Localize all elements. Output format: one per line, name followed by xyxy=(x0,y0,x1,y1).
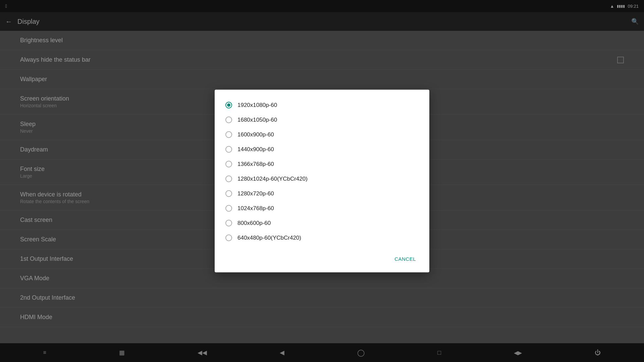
option-1280-720-label: 1280x720p-60 xyxy=(237,190,274,197)
option-1920-label: 1920x1080p-60 xyxy=(237,102,277,109)
option-1024[interactable]: 1024x768p-60 xyxy=(217,201,427,216)
option-1440[interactable]: 1440x900p-60 xyxy=(217,142,427,157)
option-1680-label: 1680x1050p-60 xyxy=(237,117,277,123)
option-1920[interactable]: 1920x1080p-60 xyxy=(217,98,427,113)
radio-1600 xyxy=(225,131,232,138)
option-640[interactable]: 640x480p-60(YCbCr420) xyxy=(217,231,427,245)
radio-1280-1024 xyxy=(225,176,232,182)
radio-1280-720 xyxy=(225,190,232,197)
option-1280-720[interactable]: 1280x720p-60 xyxy=(217,186,427,201)
radio-800 xyxy=(225,220,232,227)
radio-1440 xyxy=(225,146,232,153)
option-1680[interactable]: 1680x1050p-60 xyxy=(217,113,427,127)
option-1280-1024[interactable]: 1280x1024p-60(YCbCr420) xyxy=(217,172,427,186)
resolution-dialog: 1920x1080p-60 1680x1050p-60 1600x900p-60… xyxy=(215,90,429,273)
option-1440-label: 1440x900p-60 xyxy=(237,146,274,153)
radio-1920 xyxy=(225,102,232,109)
option-800-label: 800x600p-60 xyxy=(237,220,271,227)
option-1366[interactable]: 1366x768p-60 xyxy=(217,157,427,172)
radio-1024 xyxy=(225,205,232,212)
option-1366-label: 1366x768p-60 xyxy=(237,161,274,168)
radio-1680 xyxy=(225,117,232,123)
option-1024-label: 1024x768p-60 xyxy=(237,205,274,212)
option-800[interactable]: 800x600p-60 xyxy=(217,216,427,231)
dialog-actions: CANCEL xyxy=(215,248,429,267)
cancel-button[interactable]: CANCEL xyxy=(389,253,421,264)
option-1600-label: 1600x900p-60 xyxy=(237,131,274,138)
radio-640 xyxy=(225,235,232,241)
dialog-options-list: 1920x1080p-60 1680x1050p-60 1600x900p-60… xyxy=(215,98,429,245)
option-1280-1024-label: 1280x1024p-60(YCbCr420) xyxy=(237,176,308,182)
radio-1366 xyxy=(225,161,232,168)
option-640-label: 640x480p-60(YCbCr420) xyxy=(237,235,301,241)
option-1600[interactable]: 1600x900p-60 xyxy=(217,127,427,142)
